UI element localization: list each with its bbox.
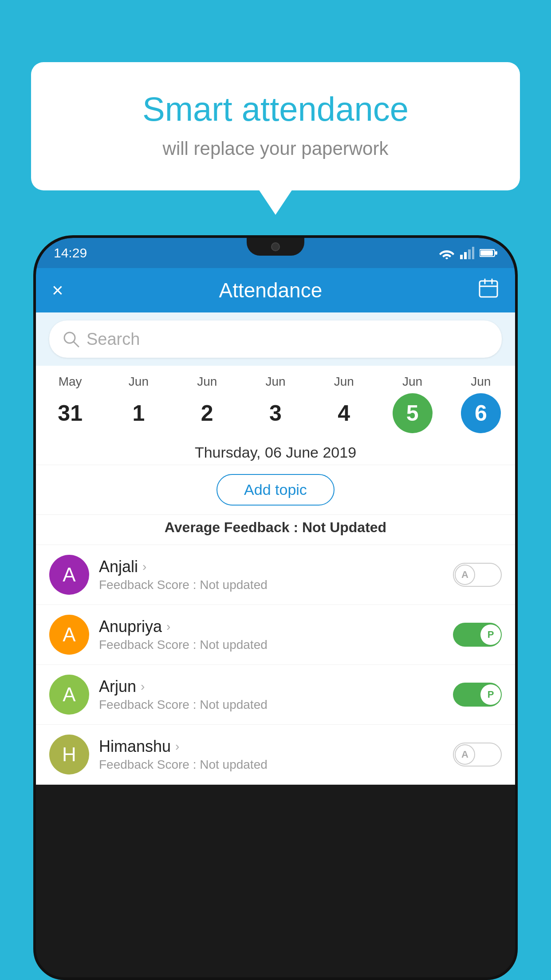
search-container: Search: [36, 312, 515, 366]
add-topic-container: Add topic: [36, 465, 515, 515]
calendar-day-5[interactable]: Jun5: [384, 375, 441, 433]
attendance-toggle-off[interactable]: A: [453, 563, 502, 587]
student-item-himanshu[interactable]: HHimanshu ›Feedback Score : Not updatedA: [36, 725, 515, 785]
student-list: AAnjali ›Feedback Score : Not updatedAAA…: [36, 545, 515, 785]
battery-icon: [480, 248, 497, 258]
speech-bubble: Smart attendance will replace your paper…: [31, 62, 520, 190]
add-topic-button[interactable]: Add topic: [216, 474, 335, 506]
app-header: × Attendance: [36, 268, 515, 312]
calendar-day-6[interactable]: Jun6: [452, 375, 510, 433]
cal-month-label: Jun: [197, 375, 217, 389]
student-info: Arjun ›Feedback Score : Not updated: [99, 677, 443, 712]
cal-date-number: 1: [118, 393, 158, 433]
cal-month-label: Jun: [129, 375, 149, 389]
header-title: Attendance: [219, 278, 322, 302]
notch: [247, 238, 304, 256]
svg-rect-5: [480, 250, 493, 256]
student-name: Arjun ›: [99, 677, 443, 696]
chevron-icon: ›: [142, 560, 146, 574]
status-icons: [439, 247, 497, 259]
student-feedback: Feedback Score : Not updated: [99, 638, 443, 652]
power-button: [515, 371, 518, 407]
status-bar: 14:29: [36, 238, 515, 268]
cal-date-number: 4: [324, 393, 364, 433]
status-time: 14:29: [54, 245, 87, 261]
search-placeholder: Search: [87, 330, 140, 349]
student-avatar: A: [49, 615, 89, 655]
svg-rect-1: [464, 252, 467, 259]
calendar-day-2[interactable]: Jun2: [178, 375, 236, 433]
feedback-avg-label: Average Feedback :: [165, 519, 298, 535]
svg-rect-0: [460, 255, 463, 259]
cal-month-label: Jun: [334, 375, 354, 389]
toggle-circle: A: [455, 744, 475, 765]
attendance-toggle-on[interactable]: P: [453, 683, 502, 707]
cal-month-label: Jun: [471, 375, 491, 389]
student-item-anjali[interactable]: AAnjali ›Feedback Score : Not updatedA: [36, 545, 515, 605]
cal-date-number: 2: [187, 393, 227, 433]
cal-date-number: 5: [393, 393, 433, 433]
cal-date-number: 6: [461, 393, 501, 433]
search-bar[interactable]: Search: [49, 320, 502, 358]
attendance-toggle-off[interactable]: A: [453, 743, 502, 767]
calendar-day-3[interactable]: Jun3: [247, 375, 304, 433]
cal-month-label: May: [59, 375, 82, 389]
calendar-strip: May31Jun1Jun2Jun3Jun4Jun5Jun6: [36, 366, 515, 438]
camera-dot: [271, 242, 280, 251]
selected-date-label: Thursday, 06 June 2019: [36, 438, 515, 465]
phone-frame: 14:29: [33, 235, 518, 980]
toggle-circle: A: [455, 565, 475, 585]
toggle-circle: P: [480, 624, 501, 645]
chevron-icon: ›: [141, 680, 145, 694]
student-avatar: A: [49, 555, 89, 595]
student-name: Himanshu ›: [99, 737, 443, 756]
calendar-day-1[interactable]: Jun1: [110, 375, 167, 433]
student-feedback: Feedback Score : Not updated: [99, 698, 443, 712]
student-item-anupriya[interactable]: AAnupriya ›Feedback Score : Not updatedP: [36, 605, 515, 665]
student-info: Himanshu ›Feedback Score : Not updated: [99, 737, 443, 772]
chevron-icon: ›: [166, 620, 170, 634]
speech-bubble-subtitle: will replace your paperwork: [67, 138, 484, 159]
search-icon: [63, 331, 79, 348]
student-item-arjun[interactable]: AArjun ›Feedback Score : Not updatedP: [36, 665, 515, 725]
cal-month-label: Jun: [265, 375, 285, 389]
cal-month-label: Jun: [402, 375, 422, 389]
student-avatar: A: [49, 675, 89, 715]
student-info: Anjali ›Feedback Score : Not updated: [99, 557, 443, 592]
student-feedback: Feedback Score : Not updated: [99, 758, 443, 772]
student-avatar: H: [49, 735, 89, 775]
chevron-icon: ›: [175, 739, 179, 754]
student-info: Anupriya ›Feedback Score : Not updated: [99, 617, 443, 652]
close-button[interactable]: ×: [52, 279, 63, 301]
svg-rect-7: [480, 281, 497, 297]
toggle-circle: P: [480, 684, 501, 705]
signal-icon: [460, 247, 474, 259]
feedback-average: Average Feedback : Not Updated: [36, 515, 515, 545]
speech-bubble-title: Smart attendance: [67, 89, 484, 129]
cal-date-number: 3: [256, 393, 295, 433]
feedback-avg-value: Not Updated: [302, 519, 386, 535]
calendar-button[interactable]: [478, 277, 499, 303]
cal-date-number: 31: [50, 393, 90, 433]
svg-line-12: [74, 342, 79, 347]
phone-screen: 14:29: [36, 238, 515, 977]
wifi-icon: [439, 247, 455, 259]
speech-bubble-container: Smart attendance will replace your paper…: [31, 62, 520, 190]
svg-rect-3: [472, 247, 474, 259]
student-name: Anupriya ›: [99, 617, 443, 636]
calendar-day-4[interactable]: Jun4: [315, 375, 373, 433]
svg-rect-2: [468, 249, 471, 259]
student-name: Anjali ›: [99, 557, 443, 576]
calendar-day-31[interactable]: May31: [41, 375, 99, 433]
student-feedback: Feedback Score : Not updated: [99, 578, 443, 592]
attendance-toggle-on[interactable]: P: [453, 623, 502, 647]
svg-rect-6: [495, 251, 497, 255]
